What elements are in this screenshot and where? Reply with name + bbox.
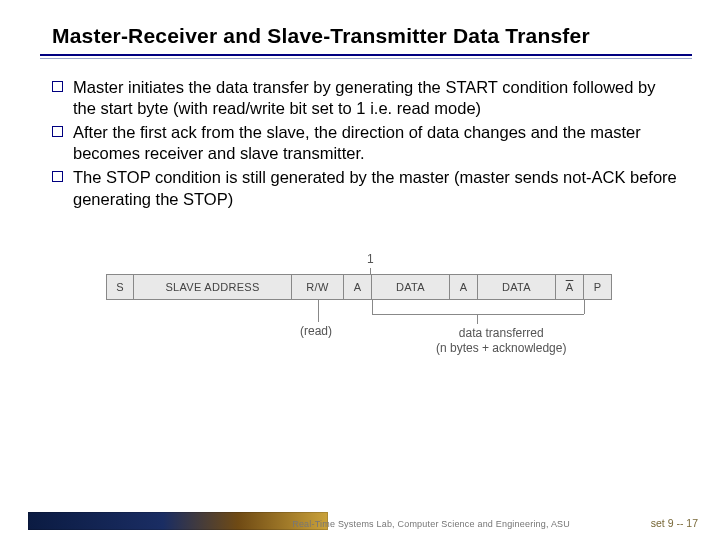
footer-decorative-bar <box>28 512 328 530</box>
list-item: Master initiates the data transfer by ge… <box>52 77 680 119</box>
bit-value-label: 1 <box>367 252 374 266</box>
cell-data: DATA <box>372 274 450 300</box>
cell-read-write: R/W <box>292 274 344 300</box>
title-underline <box>40 54 692 59</box>
brace-horizontal <box>372 314 584 315</box>
footer-lab-text: Real-Time Systems Lab, Computer Science … <box>292 519 570 529</box>
square-bullet-icon <box>52 126 63 137</box>
timing-diagram: 1 S SLAVE ADDRESS R/W A DATA A DATA A P … <box>52 252 680 372</box>
brace-left-tick <box>372 300 373 314</box>
square-bullet-icon <box>52 171 63 182</box>
slide-footer: Real-Time Systems Lab, Computer Science … <box>0 510 720 530</box>
dt-line1: data transferred <box>459 326 544 340</box>
brace-right-tick <box>584 300 585 314</box>
rule-secondary <box>40 58 692 59</box>
cell-start: S <box>106 274 134 300</box>
slide-title: Master-Receiver and Slave-Transmitter Da… <box>52 24 680 48</box>
rw-callout-label: (read) <box>300 324 332 338</box>
bullet-text: After the first ack from the slave, the … <box>73 122 680 164</box>
square-bullet-icon <box>52 81 63 92</box>
cell-ack-bar: A <box>556 274 584 300</box>
diagram-body: 1 S SLAVE ADDRESS R/W A DATA A DATA A P … <box>106 252 626 372</box>
cell-slave-address: SLAVE ADDRESS <box>134 274 292 300</box>
dt-line2: (n bytes + acknowledge) <box>436 341 566 355</box>
cell-ack: A <box>450 274 478 300</box>
bullet-text: Master initiates the data transfer by ge… <box>73 77 680 119</box>
brace-mid-tick <box>477 314 478 324</box>
bullet-list: Master initiates the data transfer by ge… <box>52 77 680 210</box>
data-transferred-label: data transferred (n bytes + acknowledge) <box>436 326 566 356</box>
list-item: The STOP condition is still generated by… <box>52 167 680 209</box>
bullet-text: The STOP condition is still generated by… <box>73 167 680 209</box>
slide: Master-Receiver and Slave-Transmitter Da… <box>0 0 720 540</box>
cell-stop: P <box>584 274 612 300</box>
cell-ack: A <box>344 274 372 300</box>
rule-primary <box>40 54 692 56</box>
footer-page-number: set 9 -- 17 <box>651 517 698 529</box>
rw-callout-line <box>318 300 319 322</box>
list-item: After the first ack from the slave, the … <box>52 122 680 164</box>
frame-cells: S SLAVE ADDRESS R/W A DATA A DATA A P <box>106 274 612 300</box>
cell-data: DATA <box>478 274 556 300</box>
